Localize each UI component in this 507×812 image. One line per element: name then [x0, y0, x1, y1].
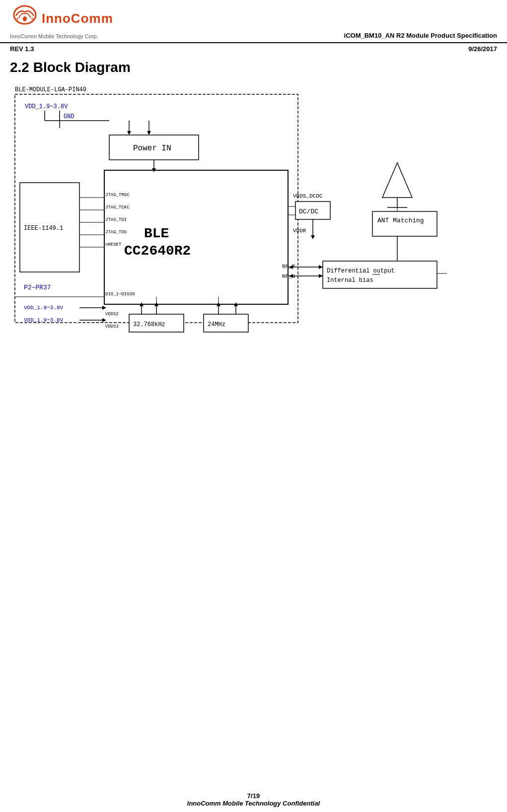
svg-marker-45: [319, 265, 323, 269]
vdd-top-label: VDD_1.9~3.8V: [25, 103, 68, 110]
logo: InnoComm: [10, 5, 113, 32]
svg-marker-31: [102, 318, 106, 322]
svg-text:JTAG_TCKC: JTAG_TCKC: [105, 205, 130, 210]
svg-text:JTAG_TDI: JTAG_TDI: [105, 217, 127, 222]
svg-text:nRESET: nRESET: [105, 242, 122, 247]
power-in-label: Power IN: [133, 144, 171, 153]
clk2-label: 24MHz: [208, 321, 225, 328]
svg-rect-13: [104, 170, 288, 304]
svg-text:DIO_1~DIO30: DIO_1~DIO30: [105, 292, 135, 297]
svg-marker-28: [102, 306, 106, 310]
svg-text:JTAG_TDO: JTAG_TDO: [105, 230, 127, 235]
vdd-left2: VDD_1.9~3.8V: [24, 317, 64, 323]
gnd-label: GND: [64, 113, 74, 120]
section-title: 2.2 Block Diagram: [0, 55, 507, 78]
vdds-dcdc-label: VDDS_DCDC: [293, 193, 323, 199]
ant-matching-label: ANT Matching: [377, 217, 424, 224]
svg-text:VDDS3: VDDS3: [105, 324, 119, 329]
rf-n-label: RF_N: [282, 273, 295, 279]
header-doc-info: iCOM_BM10_AN R2 Module Product Specifica…: [344, 32, 497, 39]
diagram-container: BLE-MODULE-LGA-PIN40 VDD_1.9~3.8V GND Po…: [0, 78, 507, 346]
svg-point-3: [31, 18, 33, 20]
dcdc-label: DC/DC: [299, 208, 318, 215]
confidential-label: InnoComm Mobile Technology Confidential: [0, 800, 507, 807]
clk1-label: 32.768kHz: [133, 321, 165, 328]
svg-marker-11: [147, 131, 151, 135]
svg-text:JTAG_TMSC: JTAG_TMSC: [105, 193, 130, 198]
ieee-label: IEEE-1149.1: [24, 225, 63, 232]
svg-marker-37: [311, 235, 315, 239]
module-label: BLE-MODULE-LGA-PIN40: [15, 86, 86, 93]
rf-p-label: RF_P: [282, 264, 295, 270]
ble-label1: BLE: [144, 226, 169, 241]
svg-marker-9: [127, 131, 131, 135]
logo-svg: [10, 5, 40, 32]
logo-subtitle: InnoComm Mobile Technology Corp.: [10, 33, 98, 39]
p2-label: P2~PR37: [24, 284, 51, 291]
ble-label2: CC2640R2: [124, 243, 191, 259]
block-diagram: BLE-MODULE-LGA-PIN40 VDD_1.9~3.8V GND Po…: [10, 83, 497, 341]
internal-bias-label: Internal bias: [327, 277, 373, 284]
svg-marker-48: [319, 274, 323, 278]
logo-area: InnoComm InnoComm Mobile Technology Corp…: [10, 5, 113, 39]
page-header: InnoComm InnoComm Mobile Technology Corp…: [0, 0, 507, 43]
svg-text:VDDS2: VDDS2: [105, 312, 119, 317]
rev-date-row: REV 1.3 9/26/2017: [0, 43, 507, 55]
rev-label: REV 1.3: [10, 45, 34, 53]
vdd-left1: VDD_1.9~3.8V: [24, 305, 64, 311]
svg-marker-38: [382, 163, 412, 198]
footer: 7/19 InnoComm Mobile Technology Confiden…: [0, 785, 507, 812]
doc-title: iCOM_BM10_AN R2 Module Product Specifica…: [344, 32, 497, 39]
vddr-label: VDDR: [293, 228, 306, 234]
diff-output-label: Differential output: [327, 268, 395, 274]
page-number: 7/19: [0, 792, 507, 800]
svg-point-2: [16, 18, 18, 20]
date-label: 9/26/2017: [468, 45, 497, 53]
logo-text: InnoComm: [42, 11, 113, 26]
svg-point-1: [23, 16, 27, 21]
